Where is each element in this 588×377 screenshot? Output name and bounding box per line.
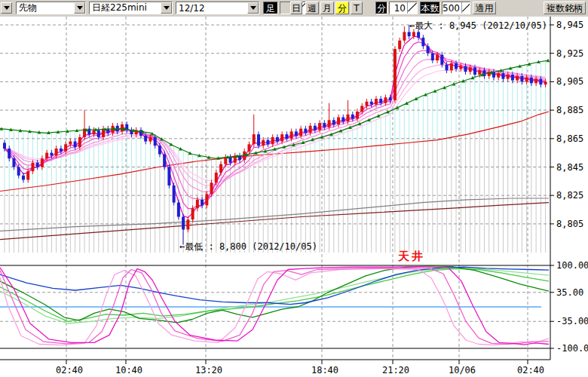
oscillator-layer xyxy=(0,266,549,345)
price-axis-label: 8,865 xyxy=(556,133,583,144)
chart-area[interactable]: 8,9458,9258,9058,8858,8658,8458,8258,805… xyxy=(0,17,588,377)
chart-application-window: { "toolbar": { "partial_combo_icon": "dr… xyxy=(0,0,588,377)
time-axis-label: 18:40 xyxy=(311,365,338,375)
spinner-diagonal-icon[interactable] xyxy=(407,2,417,14)
time-axis-label: 21:20 xyxy=(382,365,409,375)
price-axis-label: 8,885 xyxy=(556,105,583,115)
max-price-annotation: ←最大 : 8,945 (2012/10/05) xyxy=(409,20,547,31)
time-axis-label: 10/06 xyxy=(449,365,476,375)
instrument-type-dropdown-button[interactable] xyxy=(74,2,85,14)
dropdown-arrow-icon xyxy=(77,6,83,10)
oscillator-series-rci-pink-dark xyxy=(0,267,549,345)
contract-month-value: 12/12 xyxy=(176,3,247,14)
time-axis-label: 02:40 xyxy=(56,365,83,375)
ema-ribbon-layer xyxy=(5,36,546,218)
price-axis-label: 8,845 xyxy=(556,162,583,173)
period-day-button[interactable]: 日 xyxy=(290,2,302,14)
minutes-label: 分 xyxy=(375,2,387,14)
bar-count-value: 500 xyxy=(443,3,461,14)
instrument-value: 日経225mini xyxy=(90,2,161,14)
annotations-layer: ←最大 : 8,945 (2012/10/05)←最低 : 8,800 (201… xyxy=(179,20,547,263)
minutes-spinner[interactable]: 10 xyxy=(389,2,418,14)
instrument-combo[interactable]: 日経225mini xyxy=(89,2,173,14)
multi-symbol-button[interactable]: 複数銘柄 xyxy=(544,2,586,14)
dropdown-arrow-icon xyxy=(164,6,170,10)
period-minute-button[interactable]: 分 xyxy=(335,2,349,14)
price-axis-label: 8,945 xyxy=(556,20,583,30)
ashi-label-button[interactable]: 足 xyxy=(263,2,278,14)
bar-count-label: 本数 xyxy=(420,2,440,14)
price-axis-label: 8,825 xyxy=(556,190,583,201)
dropdown-arrow-icon xyxy=(250,6,256,10)
bar-count-spinner[interactable]: 500 xyxy=(442,2,470,14)
oscillator-axis-label: 35.00 xyxy=(556,287,583,298)
oscillator-axis-label: 100.00 xyxy=(556,260,588,271)
min-price-annotation: ←最低 : 8,800 (2012/10/05) xyxy=(179,241,317,252)
spinner-diagonal-icon[interactable] xyxy=(461,2,470,14)
ceiling-annotation: 天井 xyxy=(397,250,425,263)
period-tick-button[interactable]: T xyxy=(351,2,363,14)
oscillator-series-rci-pink-mid xyxy=(0,268,549,344)
instrument-type-combo[interactable]: 先物 xyxy=(16,2,86,14)
time-axis-label: 13:20 xyxy=(195,365,222,375)
price-axis-label: 8,925 xyxy=(556,48,583,59)
price-axis-label: 8,905 xyxy=(556,76,583,87)
time-axis-label: 02:40 xyxy=(517,365,544,375)
time-axis-label: 10:40 xyxy=(115,365,142,375)
minutes-value: 10 xyxy=(390,3,407,14)
dropdown-arrow-icon xyxy=(4,6,10,10)
partial-combo-dropdown-button[interactable] xyxy=(1,2,12,14)
long-ma-layer xyxy=(0,112,549,240)
gridlines-layer xyxy=(0,17,550,360)
oscillator-axis-label: -100.00 xyxy=(556,343,588,354)
contract-month-dropdown-button[interactable] xyxy=(247,2,259,14)
oscillator-series-rci-green-light xyxy=(0,268,549,323)
oscillator-axis-label: -35.00 xyxy=(556,316,588,326)
oscillator-series-rci-green-mid xyxy=(0,268,549,321)
price-and-oscillator-chart-svg[interactable]: 8,9458,9258,9058,8858,8658,8458,8258,805… xyxy=(0,17,588,377)
price-axis-label: 8,805 xyxy=(556,219,583,229)
toolbar: 先物 日経225mini 12/12 足 1 日 週 月 分 T 分 10 本数… xyxy=(0,0,588,17)
apply-button[interactable]: 適用 xyxy=(473,2,496,14)
oscillator-series-rci-green-dark xyxy=(0,266,549,323)
instrument-dropdown-button[interactable] xyxy=(161,2,172,14)
period-month-button[interactable]: 月 xyxy=(320,2,334,14)
period-week-button[interactable]: 週 xyxy=(305,2,319,14)
instrument-type-value: 先物 xyxy=(17,2,74,14)
contract-month-combo[interactable]: 12/12 xyxy=(176,2,259,14)
